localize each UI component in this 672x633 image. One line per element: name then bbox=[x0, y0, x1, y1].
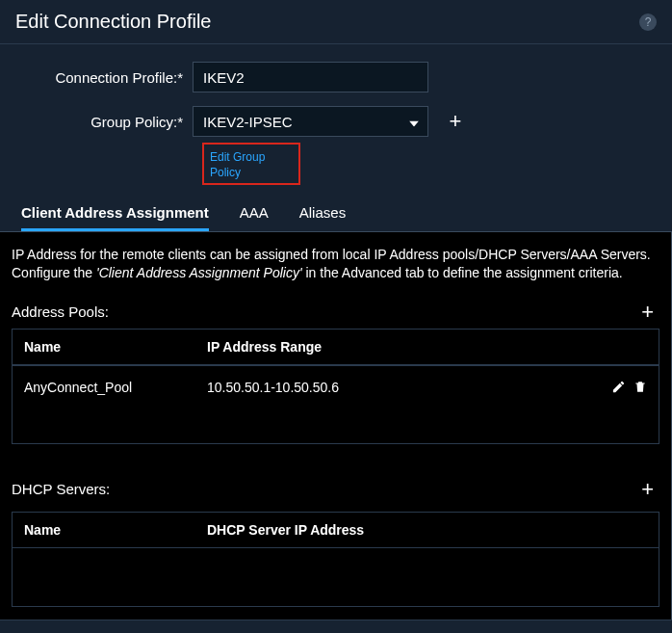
help-icon[interactable]: ? bbox=[639, 13, 657, 31]
edit-group-policy-highlight: Edit Group Policy bbox=[202, 143, 300, 185]
ap-col-name: Name bbox=[13, 330, 195, 364]
description-text: IP Address for the remote clients can be… bbox=[12, 246, 659, 282]
dhcp-col-actions bbox=[582, 513, 659, 547]
desc-part-b: in the Advanced tab to define the assign… bbox=[302, 265, 623, 280]
desc-part-italic: 'Client Address Assignment Policy' bbox=[96, 265, 302, 280]
connection-profile-input[interactable] bbox=[193, 62, 428, 92]
group-policy-value: IKEV2-IPSEC bbox=[203, 114, 293, 130]
add-address-pool-button[interactable]: + bbox=[635, 300, 659, 325]
edit-icon[interactable] bbox=[611, 380, 626, 394]
table-row: AnyConnect_Pool 10.50.50.1-10.50.50.6 bbox=[13, 365, 659, 409]
tab-aliases[interactable]: Aliases bbox=[299, 204, 346, 231]
chevron-down-icon bbox=[409, 114, 419, 130]
tab-client-address-assignment[interactable]: Client Address Assignment bbox=[21, 204, 209, 231]
dhcp-servers-title: DHCP Servers: bbox=[12, 481, 635, 497]
group-policy-label: Group Policy:* bbox=[19, 114, 193, 130]
address-pools-title: Address Pools: bbox=[12, 303, 635, 320]
connection-profile-label: Connection Profile:* bbox=[19, 69, 193, 86]
edit-group-policy-link[interactable]: Edit Group Policy bbox=[210, 150, 265, 179]
tab-content: IP Address for the remote clients can be… bbox=[0, 232, 672, 620]
group-policy-select[interactable]: IKEV2-IPSEC bbox=[193, 106, 428, 137]
dialog-header: Edit Connection Profile ? bbox=[0, 0, 672, 44]
dhcp-col-ip: DHCP Server IP Address bbox=[195, 513, 582, 547]
ap-col-range: IP Address Range bbox=[195, 330, 582, 364]
ap-row-range: 10.50.50.1-10.50.50.6 bbox=[195, 366, 582, 409]
dhcp-servers-table: Name DHCP Server IP Address bbox=[12, 512, 659, 607]
dialog-footer: Cancel Save bbox=[0, 620, 672, 633]
add-dhcp-server-button[interactable]: + bbox=[635, 477, 659, 502]
dhcp-col-name: Name bbox=[13, 513, 195, 547]
form-area: Connection Profile:* Group Policy:* IKEV… bbox=[0, 44, 672, 193]
tabs: Client Address Assignment AAA Aliases bbox=[0, 193, 672, 232]
tab-aaa[interactable]: AAA bbox=[240, 204, 269, 231]
add-group-policy-button[interactable]: + bbox=[442, 108, 469, 135]
dialog-title: Edit Connection Profile bbox=[15, 11, 639, 33]
address-pools-table: Name IP Address Range AnyConnect_Pool 10… bbox=[12, 329, 659, 444]
ap-col-actions bbox=[582, 330, 659, 364]
delete-icon[interactable] bbox=[633, 380, 647, 394]
ap-row-name: AnyConnect_Pool bbox=[13, 366, 195, 409]
